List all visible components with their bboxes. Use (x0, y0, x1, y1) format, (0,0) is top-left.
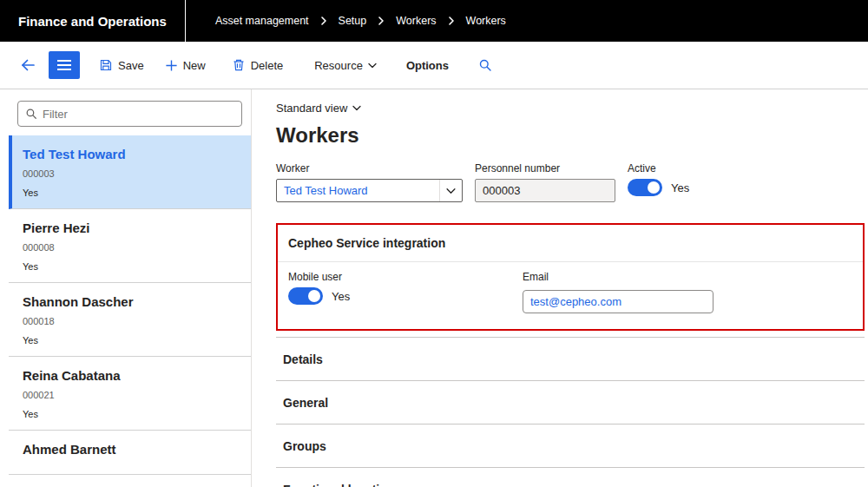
worker-name: Ahmed Barnett (23, 442, 237, 457)
worker-name: Reina Cabatana (23, 368, 237, 383)
options-button[interactable]: Options (399, 54, 456, 77)
save-icon (99, 58, 113, 72)
personnel-number-value: 000003 (483, 184, 520, 197)
page-title: Workers (276, 123, 865, 148)
back-arrow-icon (19, 56, 36, 74)
worker-list-item[interactable]: Ahmed Barnett (9, 431, 251, 475)
worker-personnel-number: 000018 (23, 316, 237, 326)
active-field-label: Active (628, 162, 689, 174)
worker-list-item[interactable]: Ted Test Howard 000003 Yes (9, 135, 251, 209)
worker-personnel-number: 000021 (23, 390, 237, 400)
email-input[interactable] (523, 290, 713, 313)
chevron-down-icon[interactable] (439, 180, 462, 201)
personnel-number-field-group: Personnel number 000003 (475, 162, 615, 202)
search-icon (478, 58, 492, 72)
content-area: Ted Test Howard 000003 Yes Pierre Hezi 0… (0, 89, 868, 487)
hamburger-menu-icon (57, 60, 71, 70)
filter-box (17, 101, 242, 127)
mobile-user-toggle-value: Yes (332, 290, 350, 303)
worker-details-pane: Standard view Workers Worker Ted Test Ho… (252, 89, 868, 487)
mobile-user-toggle[interactable] (288, 287, 323, 305)
breadcrumb-item-workers[interactable]: Workers (396, 15, 436, 27)
worker-list-panel: Ted Test Howard 000003 Yes Pierre Hezi 0… (9, 89, 252, 487)
integration-section-body: Mobile user Yes Email (278, 262, 863, 329)
filter-search-icon (25, 108, 37, 120)
fasttab-details-label: Details (283, 352, 323, 366)
active-toggle-value: Yes (671, 181, 689, 194)
trash-icon (232, 58, 246, 72)
fasttab-general[interactable]: General (276, 380, 865, 424)
resource-menu-label: Resource (314, 59, 363, 72)
worker-combobox[interactable]: Ted Test Howard (276, 179, 463, 202)
resource-menu-button[interactable]: Resource (307, 54, 384, 77)
filter-input[interactable] (43, 108, 234, 121)
worker-personnel-number: 000008 (23, 242, 237, 253)
delete-button-label: Delete (251, 59, 284, 72)
worker-personnel-number: 000003 (23, 168, 237, 179)
email-label: Email (523, 271, 713, 283)
worker-active-flag: Yes (23, 409, 237, 419)
worker-name: Pierre Hezi (23, 220, 237, 235)
worker-combobox-value: Ted Test Howard (284, 184, 439, 197)
personnel-number-input[interactable]: 000003 (475, 179, 615, 202)
integration-section-title: Cepheo Service integration (288, 236, 445, 250)
fasttab-groups[interactable]: Groups (276, 424, 865, 467)
worker-active-flag: Yes (23, 188, 237, 198)
save-button[interactable]: Save (92, 53, 151, 77)
toolbar-search-button[interactable] (471, 53, 499, 77)
new-button-label: New (183, 59, 206, 72)
fasttab-details[interactable]: Details (276, 337, 865, 380)
chevron-right-icon (377, 16, 385, 26)
fasttab-groups-label: Groups (283, 439, 326, 453)
worker-list: Ted Test Howard 000003 Yes Pierre Hezi 0… (9, 135, 251, 487)
integration-section-header[interactable]: Cepheo Service integration (278, 225, 863, 262)
command-bar: Save New Delete Resource Options (0, 42, 868, 89)
fasttab-general-label: General (283, 396, 328, 410)
fasttab-functional-locations-label: Functional locations (283, 483, 401, 487)
active-toggle-row: Yes (628, 179, 689, 196)
breadcrumb-item-asset-management[interactable]: Asset management (215, 15, 309, 27)
chevron-down-icon (368, 63, 377, 69)
worker-active-flag: Yes (23, 335, 237, 346)
header-fields-row: Worker Ted Test Howard Personnel number … (276, 162, 865, 202)
breadcrumb-item-workers-page[interactable]: Workers (466, 15, 506, 27)
fasttab-list: Details General Groups Functional locati… (276, 337, 865, 487)
app-title[interactable]: Finance and Operations (0, 0, 186, 42)
breadcrumb: Asset management Setup Workers Workers (215, 15, 506, 27)
worker-list-item[interactable]: Pierre Hezi 000008 Yes (9, 209, 251, 283)
worker-name: Shannon Dascher (23, 294, 237, 309)
worker-field-label: Worker (276, 162, 463, 174)
top-bar: Finance and Operations Asset management … (0, 0, 868, 42)
new-button[interactable]: New (158, 54, 213, 77)
chevron-right-icon (447, 16, 456, 26)
worker-name: Ted Test Howard (23, 147, 237, 161)
app-window: Finance and Operations Asset management … (0, 0, 868, 487)
personnel-number-label: Personnel number (475, 162, 615, 174)
breadcrumb-item-setup[interactable]: Setup (339, 15, 367, 27)
worker-list-item[interactable]: Shannon Dascher 000018 Yes (9, 283, 251, 357)
integration-section-highlighted: Cepheo Service integration Mobile user Y… (276, 223, 865, 331)
fasttab-functional-locations[interactable]: Functional locations (276, 467, 865, 487)
chevron-right-icon (319, 16, 328, 26)
chevron-down-icon (352, 105, 361, 111)
worker-list-item[interactable]: Reina Cabatana 000021 Yes (9, 357, 251, 431)
navigation-pane-toggle-button[interactable] (49, 51, 80, 79)
delete-button[interactable]: Delete (225, 53, 291, 77)
mobile-user-toggle-row: Yes (288, 287, 523, 305)
active-field-group: Active Yes (628, 162, 689, 196)
view-switcher-label: Standard view (276, 102, 347, 115)
save-button-label: Save (118, 59, 144, 72)
active-toggle[interactable] (628, 179, 662, 196)
worker-active-flag: Yes (23, 261, 237, 272)
view-switcher[interactable]: Standard view (276, 102, 361, 115)
options-button-label: Options (406, 59, 449, 72)
mobile-user-label: Mobile user (288, 271, 523, 283)
worker-field-group: Worker Ted Test Howard (276, 162, 463, 202)
plus-icon (165, 59, 178, 72)
back-button[interactable] (12, 51, 43, 79)
mobile-user-field-group: Mobile user Yes (288, 271, 523, 313)
email-field-group: Email (523, 271, 713, 313)
